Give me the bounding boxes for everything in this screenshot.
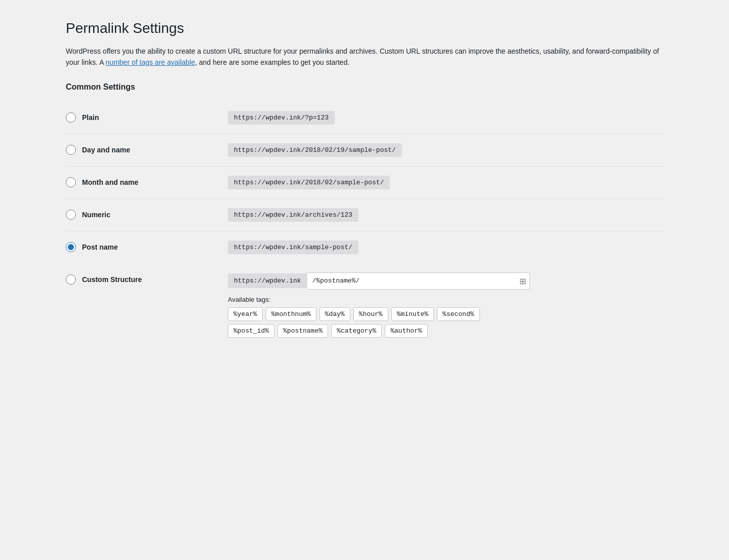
url-sample-plain: https://wpdev.ink/?p=123: [228, 111, 335, 125]
radio-day-name[interactable]: [66, 145, 76, 155]
url-sample-day-name: https://wpdev.ink/2018/02/19/sample-post…: [228, 143, 402, 157]
option-row-numeric: Numeric https://wpdev.ink/archives/123: [66, 198, 663, 231]
tags-link[interactable]: number of tags are available: [106, 58, 195, 66]
label-text-numeric: Numeric: [82, 211, 110, 219]
url-sample-month-name: https://wpdev.ink/2018/02/sample-post/: [228, 176, 390, 189]
tags-row-2: %post_id%%postname%%category%%author%: [228, 324, 658, 338]
tag-btn-author[interactable]: %author%: [385, 324, 427, 338]
option-row-day-name: Day and name https://wpdev.ink/2018/02/1…: [66, 134, 663, 166]
page-title: Permalink Settings: [66, 20, 663, 36]
custom-structure-label[interactable]: Custom Structure: [66, 274, 218, 285]
radio-plain[interactable]: [66, 112, 76, 123]
tag-btn-category[interactable]: %category%: [331, 324, 382, 338]
label-plain[interactable]: Plain: [66, 112, 218, 123]
tag-btn-minute[interactable]: %minute%: [391, 307, 434, 321]
tag-btn-monthnum[interactable]: %monthnum%: [266, 307, 316, 321]
section-title: Common Settings: [66, 83, 663, 92]
option-row-post-name: Post name https://wpdev.ink/sample-post/: [66, 231, 663, 263]
label-numeric[interactable]: Numeric: [66, 210, 218, 220]
label-text-month-name: Month and name: [82, 178, 138, 186]
tags-icon[interactable]: ⊞: [519, 276, 526, 286]
tag-btn-day[interactable]: %day%: [319, 307, 350, 321]
custom-base-url: https://wpdev.ink: [228, 273, 307, 288]
label-month-name[interactable]: Month and name: [66, 177, 218, 187]
url-sample-post-name: https://wpdev.ink/sample-post/: [228, 241, 358, 254]
tag-btn-postname[interactable]: %postname%: [277, 324, 328, 338]
custom-input-wrap: ⊞: [307, 272, 530, 290]
label-text-day-name: Day and name: [82, 146, 130, 154]
option-row-plain: Plain https://wpdev.ink/?p=123: [66, 102, 663, 134]
radio-numeric[interactable]: [66, 210, 76, 220]
custom-structure-input[interactable]: [307, 272, 530, 290]
url-sample-numeric: https://wpdev.ink/archives/123: [228, 208, 358, 222]
custom-url-wrap: https://wpdev.ink ⊞: [228, 272, 658, 290]
radio-post-name[interactable]: [66, 242, 76, 252]
page-description: WordPress offers you the ability to crea…: [66, 46, 663, 68]
label-text-plain: Plain: [82, 113, 99, 122]
custom-structure-row: Custom Structure https://wpdev.ink ⊞ Ava…: [66, 263, 663, 350]
label-text-post-name: Post name: [82, 243, 118, 251]
permalink-options-table: Plain https://wpdev.ink/?p=123 Day and n…: [66, 102, 663, 350]
tags-row-1: %year%%monthnum%%day%%hour%%minute%%seco…: [228, 307, 658, 321]
label-post-name[interactable]: Post name: [66, 242, 218, 252]
tag-btn-hour[interactable]: %hour%: [353, 307, 388, 321]
label-day-name[interactable]: Day and name: [66, 145, 218, 155]
available-tags-label: Available tags:: [228, 296, 658, 303]
tag-btn-year[interactable]: %year%: [228, 307, 263, 321]
tag-btn-second[interactable]: %second%: [437, 307, 479, 321]
custom-structure-radio[interactable]: [66, 274, 76, 285]
option-row-month-name: Month and name https://wpdev.ink/2018/02…: [66, 166, 663, 198]
radio-month-name[interactable]: [66, 177, 76, 187]
tag-btn-post_id[interactable]: %post_id%: [228, 324, 274, 338]
